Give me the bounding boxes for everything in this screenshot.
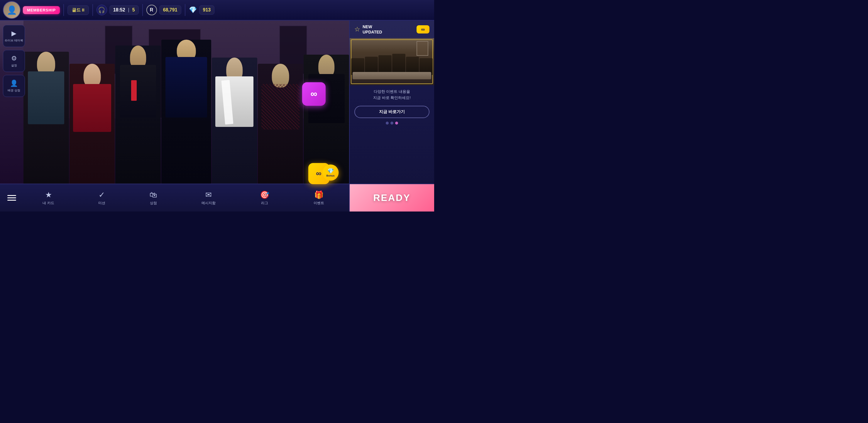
event-infinity-badge[interactable]: ∞ [416,25,430,33]
couch [352,72,431,79]
bg-points-button[interactable]: 👤 배경 상점 [3,75,25,97]
grade-badge: 골드 II [67,5,89,15]
avatar[interactable]: 👤 [3,1,21,19]
messages-icon: ✉ [205,190,212,199]
group-figures [24,33,349,184]
sidebar-buttons: ▶ 라이브 테마북 ⚙ 설정 👤 배경 상점 [3,25,25,97]
live-theme-button[interactable]: ▶ 라이브 테마북 [3,25,25,47]
yellow-infinity-symbol: ∞ [316,169,321,178]
event-image [350,38,434,85]
separator-2 [92,4,93,16]
settings-button[interactable]: ⚙ 설정 [3,50,25,72]
hamburger-line-3 [7,200,16,201]
person-4-center [161,40,211,184]
play-icon: ▶ [11,30,17,37]
infinity-banner-badge[interactable]: ∞ [302,82,326,106]
person-2 [69,64,115,184]
bottom-nav: ★ 내 카드 ✓ 미션 🛍 상점 ✉ 메시지함 🎯 리그 [0,184,349,212]
league-icon: 🎯 [260,190,269,199]
r-badge[interactable]: R [146,5,157,15]
diamond-icon: 💎 [189,6,197,14]
mission-icon: ✓ [99,190,105,199]
nav-items: ★ 내 카드 ✓ 미션 🛍 상점 ✉ 메시지함 🎯 리그 [21,188,346,208]
shop-icon: 🛍 [150,190,157,199]
infinity-symbol: ∞ [311,88,317,99]
event-icon: 🎁 [314,190,323,199]
hamburger-menu-button[interactable] [3,189,21,207]
pagination-dots [350,120,434,126]
event-infinity-symbol: ∞ [421,26,425,33]
dot-3-active[interactable] [395,122,398,124]
nav-item-league[interactable]: 🎯 리그 [254,188,275,208]
main-content: ▶ 라이브 테마북 ⚙ 설정 👤 배경 상점 ∞ [0,21,434,212]
nav-item-messages[interactable]: ✉ 메시지함 [196,188,221,208]
dot-2[interactable] [391,122,393,124]
event-description: 다양한 이벤트 내용을 지금 바로 확인하세요! [350,85,434,105]
hamburger-line-2 [7,197,16,198]
nav-item-mission[interactable]: ✓ 미션 [92,188,111,208]
nav-item-my-card[interactable]: ★ 내 카드 [37,188,60,208]
person-1 [24,52,69,184]
banner-area: ▶ 라이브 테마북 ⚙ 설정 👤 배경 상점 ∞ [0,21,349,184]
hamburger-line-1 [7,195,16,196]
event-header: ☆ NEW UPDATED ∞ [350,21,434,38]
diamond-bonus-icon: 💎 [328,168,334,174]
membership-badge[interactable]: MEMBERSHIP [23,6,60,14]
points-stat: 68,791 [159,5,181,15]
separator-4 [185,4,185,16]
nav-item-event-wrapper: ∞ 💎 Bonus 🎁 이벤트 [308,188,330,208]
new-updated-text: NEW UPDATED [363,24,382,35]
sitting-people [351,47,433,75]
person-6 [258,64,303,184]
dot-1[interactable] [386,122,389,124]
separator-3 [142,4,143,16]
right-panel: ☆ NEW UPDATED ∞ [349,21,434,212]
person-icon: 👤 [10,80,18,87]
headphone-icon[interactable]: 🎧 [96,5,107,15]
header: 👤 MEMBERSHIP 골드 II 🎧 18:52 | 5 R 68,791 … [0,0,434,21]
my-card-icon: ★ [45,190,52,199]
person-3 [115,46,161,184]
event-card: ☆ NEW UPDATED ∞ [350,21,434,184]
left-panel: ▶ 라이브 테마북 ⚙ 설정 👤 배경 상점 ∞ [0,21,349,212]
person-5 [212,58,257,184]
nav-item-shop[interactable]: 🛍 상점 [144,188,163,208]
diamond-stat: 913 [199,5,215,15]
ready-text: READY [373,192,410,203]
nav-item-event[interactable]: 🎁 이벤트 [308,188,330,208]
separator-1 [63,4,64,16]
diamond-bonus-button[interactable]: 💎 Bonus [322,165,339,181]
event-header-left: ☆ NEW UPDATED [354,24,382,35]
goto-button[interactable]: 지금 바로가기 [354,106,430,118]
gear-icon: ⚙ [11,55,17,62]
timer-stat: 18:52 | 5 [110,5,139,15]
star-icon: ☆ [354,26,360,33]
ready-button[interactable]: READY [350,184,434,212]
